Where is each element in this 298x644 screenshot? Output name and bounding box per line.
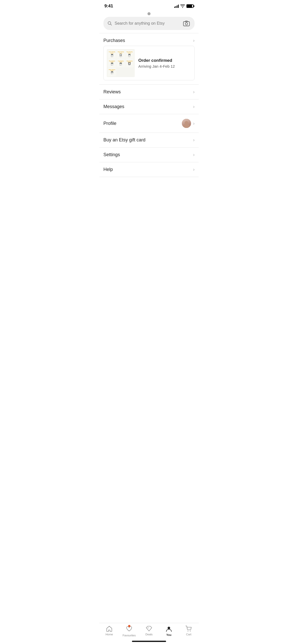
- purchases-menu-item[interactable]: Purchases ›: [99, 33, 199, 46]
- profile-chevron: ›: [193, 121, 195, 126]
- order-info: Order confirmed Arriving Jan 4-Feb 12: [138, 58, 191, 68]
- purchases-label: Purchases: [103, 38, 125, 43]
- snack-cell-e: Joe's Gaming Snacks 🎮 Style E: [116, 59, 125, 67]
- settings-menu-item[interactable]: Settings ›: [99, 148, 199, 162]
- messages-menu-item[interactable]: Messages ›: [99, 99, 199, 114]
- search-handle: [147, 12, 151, 15]
- messages-chevron: ›: [193, 104, 195, 109]
- help-label: Help: [103, 167, 113, 172]
- battery-icon: [186, 4, 194, 8]
- status-bar: 9:41: [99, 0, 199, 10]
- order-arrival: Arriving Jan 4-Feb 12: [138, 64, 191, 68]
- settings-left: Settings: [103, 152, 120, 157]
- reviews-left: Reviews: [103, 89, 121, 95]
- gift-card-chevron: ›: [193, 137, 195, 143]
- camera-icon: [183, 21, 190, 26]
- gift-card-left: Buy an Etsy gift card: [103, 137, 145, 143]
- reviews-label: Reviews: [103, 89, 121, 95]
- svg-line-1: [111, 24, 112, 25]
- snack-grid: Luke's Gaming Snacks 🎮 Style A Jack's Ga…: [108, 50, 134, 76]
- help-menu-item[interactable]: Help ›: [99, 162, 199, 177]
- purchases-chevron: ›: [193, 38, 195, 43]
- snack-cell-d: Ben's Gaming Snacks 🎮 Style D: [108, 59, 116, 67]
- profile-right: ›: [182, 119, 195, 128]
- status-icons: [174, 4, 194, 8]
- reviews-chevron: ›: [193, 89, 195, 95]
- signal-icon: [174, 4, 179, 8]
- svg-point-3: [185, 23, 188, 25]
- snack-cell-a: Luke's Gaming Snacks 🎮 Style A: [108, 50, 116, 58]
- help-left: Help: [103, 167, 113, 172]
- snack-cell-c: Izzy's Gaming Snacks 🎮 Style C: [125, 50, 134, 58]
- reviews-menu-item[interactable]: Reviews ›: [99, 85, 199, 99]
- profile-menu-item[interactable]: Profile ›: [99, 114, 199, 133]
- search-icon: [107, 21, 112, 26]
- order-status: Order confirmed: [138, 58, 191, 63]
- settings-label: Settings: [103, 152, 120, 157]
- camera-button[interactable]: [182, 19, 191, 27]
- snack-cell-f: Lilly's Gaming Snacks 🔲 Style F: [125, 59, 134, 67]
- snack-cell-b: Jack's Gaming Snacks 🎧 Style B: [116, 50, 125, 58]
- main-content: Purchases › Luke's Gaming Snacks 🎮 Style…: [99, 10, 199, 202]
- settings-chevron: ›: [193, 152, 195, 157]
- gift-card-label: Buy an Etsy gift card: [103, 137, 145, 143]
- gift-card-menu-item[interactable]: Buy an Etsy gift card ›: [99, 133, 199, 148]
- messages-left: Messages: [103, 104, 124, 109]
- search-bar[interactable]: [103, 17, 195, 30]
- profile-left: Profile: [103, 121, 116, 126]
- profile-label: Profile: [103, 121, 116, 126]
- snack-cell-empty1: [116, 68, 125, 76]
- purchases-section: Purchases › Luke's Gaming Snacks 🎮 Style…: [99, 33, 199, 85]
- status-time: 9:41: [104, 4, 113, 9]
- snack-cell-g: Andy's Gaming Snacks 🎮 Style G: [108, 68, 116, 76]
- snack-cell-empty2: [125, 68, 134, 76]
- search-container: [99, 10, 199, 33]
- avatar: [182, 119, 191, 128]
- wifi-icon: [180, 4, 185, 8]
- svg-rect-2: [183, 22, 189, 26]
- svg-rect-4: [185, 21, 187, 22]
- messages-label: Messages: [103, 104, 124, 109]
- order-image: Luke's Gaming Snacks 🎮 Style A Jack's Ga…: [107, 49, 135, 77]
- search-input[interactable]: [115, 21, 180, 26]
- order-card[interactable]: Luke's Gaming Snacks 🎮 Style A Jack's Ga…: [103, 46, 195, 80]
- help-chevron: ›: [193, 167, 195, 172]
